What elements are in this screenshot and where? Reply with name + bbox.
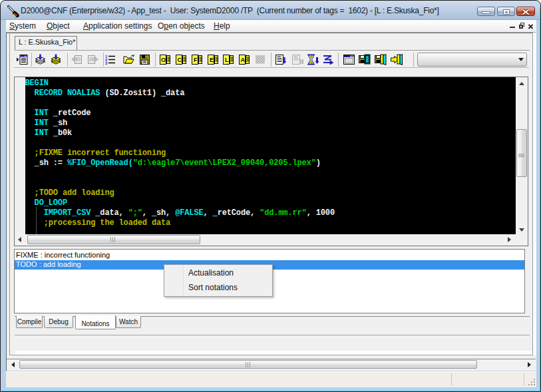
svg-text:C: C: [178, 57, 182, 63]
svg-text:3: 3: [105, 61, 108, 65]
svg-text:E: E: [210, 57, 214, 63]
svg-text:A: A: [241, 57, 246, 63]
svg-text:L: L: [225, 57, 229, 63]
svg-text:O: O: [161, 57, 166, 63]
svg-text:F: F: [194, 57, 198, 63]
